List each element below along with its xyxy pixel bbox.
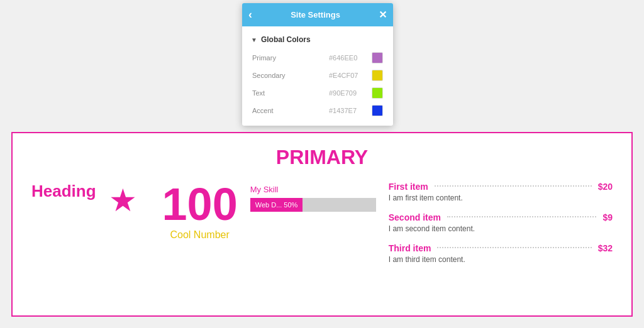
- color-swatch[interactable]: [372, 52, 383, 63]
- number-section: 100 Cool Number: [150, 182, 238, 241]
- star-section: ★: [109, 182, 137, 216]
- item-content: I am second item content.: [389, 224, 613, 233]
- color-label: Text: [252, 89, 324, 97]
- close-button[interactable]: ✕: [379, 9, 387, 21]
- color-row: Text #90E709: [242, 84, 393, 102]
- skill-section: My Skill Web D... 50%: [250, 182, 376, 212]
- item-dots: [447, 216, 596, 217]
- skill-bar-empty: [303, 198, 375, 212]
- price-item: Second item $9 I am second item content.: [389, 212, 613, 233]
- color-row: Primary #646EE0: [242, 49, 393, 67]
- color-rows: Primary #646EE0 Secondary #E4CF07 Text #…: [242, 49, 393, 119]
- item-content: I am third item content.: [389, 255, 613, 264]
- skill-bar-fill: Web D... 50%: [250, 198, 303, 212]
- item-name: Second item: [389, 212, 441, 222]
- color-row: Secondary #E4CF07: [242, 67, 393, 84]
- number-label: Cool Number: [162, 229, 238, 241]
- skill-bar-container: Web D... 50%: [250, 198, 376, 212]
- price-item: Third item $32 I am third item content.: [389, 243, 613, 264]
- color-swatch[interactable]: [372, 70, 383, 81]
- color-label: Secondary: [252, 72, 324, 79]
- panel-header: ‹ Site Settings ✕: [242, 3, 393, 26]
- global-colors-section: ▼ Global Colors: [242, 33, 393, 49]
- price-item-header: Third item $32: [389, 243, 613, 253]
- item-name: First item: [389, 182, 428, 192]
- color-swatch[interactable]: [372, 87, 383, 99]
- color-hex: #1437E7: [329, 107, 367, 114]
- item-content: I am first item content.: [389, 194, 613, 202]
- color-hex: #90E709: [329, 89, 367, 97]
- preview-area: PRIMARY Heading ★ 100 Cool Number My Ski…: [11, 132, 633, 317]
- item-name: Third item: [389, 243, 431, 253]
- heading-text: Heading: [31, 182, 96, 200]
- price-item: First item $20 I am first item content.: [389, 182, 613, 202]
- color-swatch[interactable]: [372, 105, 383, 116]
- color-label: Primary: [252, 54, 324, 62]
- preview-title: PRIMARY: [31, 146, 613, 169]
- price-item-header: Second item $9: [389, 212, 613, 222]
- global-colors-label: Global Colors: [261, 35, 311, 44]
- star-icon: ★: [109, 185, 137, 216]
- color-hex: #E4CF07: [329, 72, 367, 79]
- preview-content: Heading ★ 100 Cool Number My Skill Web D…: [31, 182, 613, 274]
- item-price: $20: [598, 182, 613, 192]
- skill-bar-label: Web D... 50%: [255, 201, 298, 209]
- big-number: 100: [162, 182, 238, 227]
- color-row: Accent #1437E7: [242, 102, 393, 119]
- color-hex: #646EE0: [329, 54, 367, 62]
- item-dots: [437, 247, 591, 248]
- heading-section: Heading: [31, 182, 96, 201]
- panel-body: ▼ Global Colors Primary #646EE0 Secondar…: [242, 26, 393, 126]
- item-price: $32: [598, 243, 613, 253]
- item-dots: [435, 185, 592, 187]
- items-section: First item $20 I am first item content. …: [389, 182, 613, 274]
- color-label: Accent: [252, 107, 324, 114]
- site-settings-panel: ‹ Site Settings ✕ ▼ Global Colors Primar…: [242, 3, 393, 126]
- collapse-arrow-icon[interactable]: ▼: [251, 36, 257, 43]
- panel-title: Site Settings: [252, 10, 379, 19]
- skill-title: My Skill: [250, 185, 376, 194]
- price-item-header: First item $20: [389, 182, 613, 192]
- item-price: $9: [602, 212, 613, 222]
